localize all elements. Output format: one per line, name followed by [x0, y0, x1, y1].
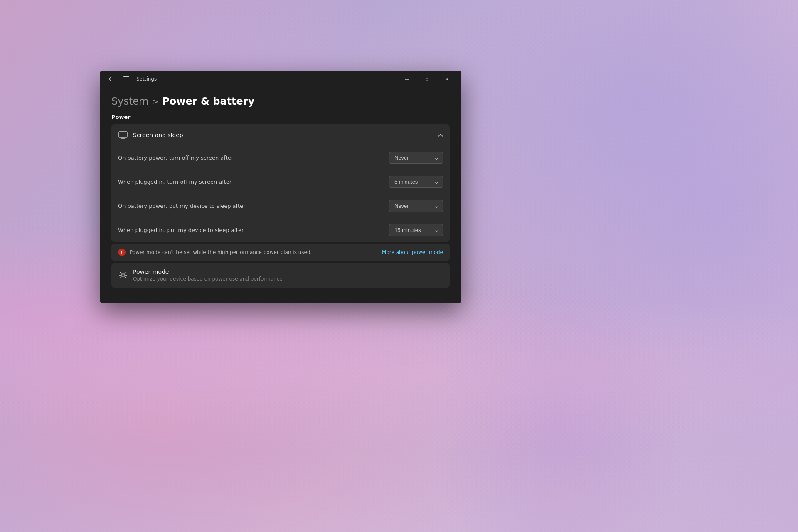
chevron-up-icon	[438, 132, 443, 138]
back-button[interactable]	[105, 73, 116, 85]
power-mode-icon	[118, 270, 128, 280]
hamburger-button[interactable]	[121, 73, 132, 85]
maximize-button[interactable]: □	[417, 72, 436, 86]
svg-rect-2	[123, 81, 129, 81]
battery-screen-off-select[interactable]: Never 1 minute 2 minutes 5 minutes 10 mi…	[389, 152, 443, 164]
svg-rect-1	[123, 79, 129, 79]
battery-sleep-select-wrapper: Never 1 minute 5 minutes 10 minutes 15 m…	[389, 200, 443, 212]
more-about-power-mode-link[interactable]: More about power mode	[382, 249, 443, 255]
close-button[interactable]: ✕	[437, 72, 456, 86]
svg-point-4	[122, 274, 124, 276]
titlebar: Settings — □ ✕	[100, 71, 461, 87]
plugged-screen-off-row: When plugged in, turn off my screen afte…	[111, 170, 450, 194]
window-controls: — □ ✕	[397, 72, 456, 86]
power-section-label: Power	[111, 114, 450, 120]
warning-bar: ! Power mode can't be set while the high…	[111, 244, 450, 261]
warning-text: Power mode can't be set while the high p…	[130, 249, 312, 255]
window-title: Settings	[136, 76, 157, 82]
plugged-sleep-select-wrapper: 5 minutes 10 minutes 15 minutes 20 minut…	[389, 224, 443, 236]
power-mode-subtitle: Optimize your device based on power use …	[133, 276, 283, 282]
battery-sleep-label: On battery power, put my device to sleep…	[118, 203, 245, 209]
plugged-sleep-label: When plugged in, put my device to sleep …	[118, 227, 244, 233]
breadcrumb: System > Power & battery	[111, 96, 450, 107]
minimize-button[interactable]: —	[397, 72, 416, 86]
screen-sleep-title: Screen and sleep	[133, 132, 183, 138]
plugged-sleep-select[interactable]: 5 minutes 10 minutes 15 minutes 20 minut…	[389, 224, 443, 236]
plugged-screen-off-select-wrapper: 1 minute 2 minutes 3 minutes 5 minutes 1…	[389, 176, 443, 188]
breadcrumb-parent[interactable]: System	[111, 96, 149, 107]
power-mode-title: Power mode	[133, 268, 283, 275]
power-mode-card[interactable]: Power mode Optimize your device based on…	[111, 263, 450, 288]
plugged-screen-off-label: When plugged in, turn off my screen afte…	[118, 179, 232, 185]
battery-screen-off-row: On battery power, turn off my screen aft…	[111, 146, 450, 170]
breadcrumb-current: Power & battery	[162, 96, 254, 107]
screen-sleep-header[interactable]: Screen and sleep	[111, 124, 450, 146]
content-area: System > Power & battery Power Screen an…	[100, 87, 461, 303]
battery-screen-off-select-wrapper: Never 1 minute 2 minutes 5 minutes 10 mi…	[389, 152, 443, 164]
power-mode-text: Power mode Optimize your device based on…	[133, 268, 283, 282]
card-header-left: Screen and sleep	[118, 130, 183, 140]
battery-sleep-select[interactable]: Never 1 minute 5 minutes 10 minutes 15 m…	[389, 200, 443, 212]
svg-rect-0	[123, 76, 129, 77]
plugged-sleep-row: When plugged in, put my device to sleep …	[111, 218, 450, 242]
warning-left: ! Power mode can't be set while the high…	[118, 249, 312, 256]
screen-sleep-card: Screen and sleep On battery power, turn …	[111, 124, 450, 242]
screen-icon	[118, 130, 128, 140]
warning-icon: !	[118, 249, 126, 256]
breadcrumb-arrow: >	[152, 96, 159, 106]
power-mode-header: Power mode Optimize your device based on…	[118, 268, 443, 282]
plugged-screen-off-select[interactable]: 1 minute 2 minutes 3 minutes 5 minutes 1…	[389, 176, 443, 188]
titlebar-left: Settings	[105, 73, 397, 85]
battery-sleep-row: On battery power, put my device to sleep…	[111, 194, 450, 218]
svg-rect-3	[119, 132, 127, 137]
settings-window: Settings — □ ✕ System > Power & battery …	[100, 71, 461, 303]
battery-screen-off-label: On battery power, turn off my screen aft…	[118, 155, 233, 161]
